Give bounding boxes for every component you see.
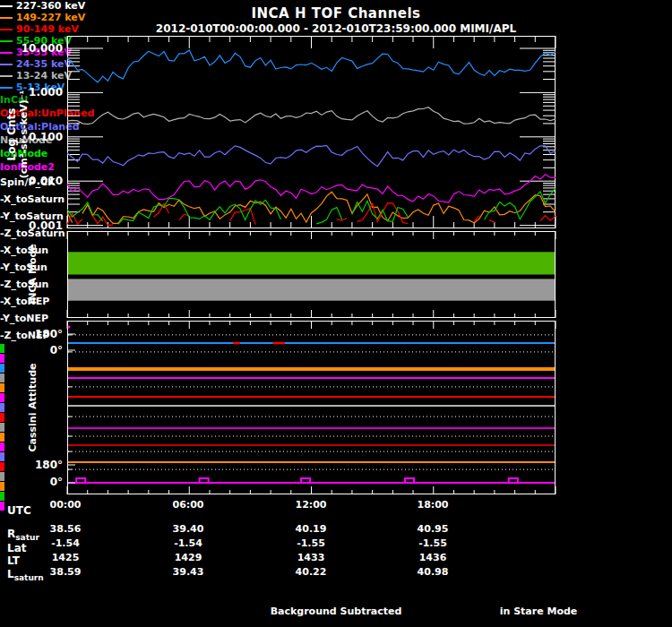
strip-segment (0, 462, 4, 471)
mode-band-1 (68, 279, 555, 300)
table-cell: 1425 (30, 552, 101, 563)
strip-segment (0, 413, 4, 422)
legend-swatch (0, 40, 13, 42)
table-cell: 38.56 (30, 523, 101, 535)
table-cell: -1.54 (30, 537, 101, 549)
series-55-90keV (118, 198, 281, 224)
table-cell: 38.59 (30, 566, 101, 578)
legend-item-label: 13-24 keV (16, 70, 72, 82)
row-label-text: LT (7, 554, 20, 567)
strip-segment (0, 442, 4, 451)
series-90-149keV (489, 220, 495, 223)
strip-segment (0, 374, 4, 382)
legend-swatch (0, 52, 13, 54)
strip-segment (0, 364, 4, 373)
table-cell: -1.54 (152, 537, 224, 549)
strip-segment (0, 423, 4, 432)
table-row-label: Lat (7, 543, 26, 554)
series-90-149keV (540, 216, 556, 221)
series-5-13keV (67, 50, 556, 82)
panel-border (68, 37, 556, 228)
y-tick-label: 180° (13, 328, 63, 340)
panel1-tof-channels-plot (67, 36, 556, 228)
utc-label: UTC (7, 504, 31, 517)
table-cell: 39.40 (152, 523, 224, 535)
y-tick-label: 0° (13, 344, 63, 356)
row-label-text: R (7, 528, 15, 540)
strip-segment (0, 492, 4, 501)
y-tick-label: 1.000 (13, 86, 63, 99)
legend-swatch (0, 64, 13, 65)
y-tick-label: 0.001 (13, 219, 63, 232)
series-55-90keV (316, 208, 341, 224)
panel3-cassini-attitude-plot (67, 321, 556, 494)
plot-title: INCA H TOF Channels (0, 5, 672, 21)
footer-note-stare-mode: in Stare Mode (485, 606, 592, 617)
table-cell: -1.55 (397, 537, 469, 549)
footer-note-background-subtracted: Background Subtracted (246, 606, 426, 617)
table-cell: 40.98 (397, 566, 469, 578)
y-tick-label: 10.000 (13, 42, 63, 55)
utc-time: 06:00 (152, 499, 224, 511)
strip-segment (0, 393, 4, 402)
legend-swatch (0, 87, 13, 89)
table-cell: 1433 (275, 552, 347, 563)
row-label-text: L (7, 568, 14, 580)
magenta-dot (68, 326, 71, 329)
figure: INCA H TOF Channels 2012-010T00:00:00.00… (0, 0, 672, 627)
table-cell: 1429 (152, 552, 224, 563)
y-axis-label-inca-mode: INCA Mode (27, 244, 39, 305)
strip-segment (0, 433, 4, 442)
panel-border (68, 322, 556, 494)
series-35-55keV (67, 175, 556, 202)
strip-segment (0, 472, 4, 481)
series-24-35keV (67, 146, 556, 167)
strip-segment (0, 354, 4, 363)
table-cell: 40.19 (275, 523, 347, 535)
utc-time: 12:00 (275, 499, 347, 511)
strip-segment (0, 482, 4, 491)
strip-segment (0, 502, 4, 511)
legend-swatch (0, 75, 13, 77)
table-row-label: LT (7, 555, 20, 567)
y-tick-label: 180° (13, 459, 63, 471)
row-label-text: Lat (7, 542, 26, 554)
table-cell: 39.43 (152, 566, 224, 578)
series-13-24keV (67, 107, 556, 125)
table-cell: -1.55 (275, 537, 347, 549)
table-cell: 1436 (397, 552, 469, 563)
strip-segment (0, 403, 4, 412)
y-axis-label-cassini-attitude: Cassini Attitude (27, 363, 39, 451)
legend-item-label: 24-35 keV (16, 58, 72, 70)
strip-segment (0, 383, 4, 392)
strip-segment (0, 344, 4, 353)
utc-time: 00:00 (30, 499, 101, 511)
plot-subtitle: 2012-010T00:00:00.000 - 2012-010T23:59:0… (0, 22, 672, 35)
series-90-149keV (230, 209, 255, 225)
table-cell: 40.95 (397, 523, 469, 535)
y-tick-label: 0° (13, 476, 63, 488)
y-tick-label: 0.100 (13, 131, 63, 143)
y-tick-label: 0.010 (13, 175, 63, 187)
mode-band-0 (68, 252, 555, 274)
strip-segment (0, 452, 4, 461)
table-cell: 40.22 (275, 566, 347, 578)
utc-time: 18:00 (397, 499, 469, 511)
panel2-inca-mode-plot (67, 231, 556, 318)
